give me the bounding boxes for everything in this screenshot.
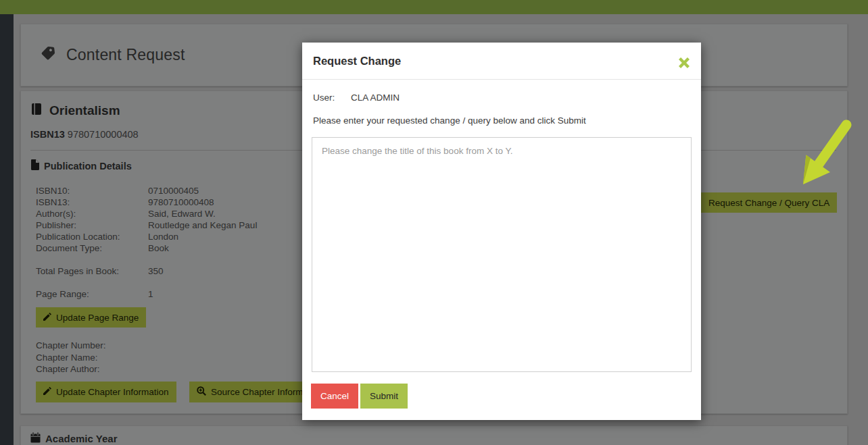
field-label: ISBN13: [36, 197, 148, 208]
publication-details-heading: Publication Details [30, 159, 132, 172]
file-icon [30, 159, 39, 172]
update-chapter-information-button[interactable]: Update Chapter Information [36, 382, 176, 402]
chapter-info: Chapter Number: Chapter Name: Chapter Au… [36, 340, 106, 375]
pencil-icon [43, 313, 51, 323]
change-request-textarea[interactable] [312, 137, 692, 372]
page-range-value: 1 [148, 289, 153, 299]
chapter-number-label: Chapter Number: [36, 340, 106, 352]
page-title: Content Request [40, 24, 185, 86]
request-change-query-cla-button[interactable]: Request Change / Query CLA [701, 192, 837, 213]
field-value: London [148, 231, 178, 242]
total-pages-row: Total Pages in Book: 350 [36, 266, 164, 276]
field-row-isbn13: ISBN13:9780710000408 [36, 197, 257, 208]
field-label: Document Type: [36, 242, 148, 254]
page-range-label: Page Range: [36, 289, 148, 299]
total-pages-value: 350 [148, 266, 164, 276]
update-page-range-button[interactable]: Update Page Range [36, 307, 146, 328]
tag-icon [40, 45, 56, 66]
modal-user-row: User: CLA ADMIN [313, 93, 400, 103]
pencil-icon [43, 387, 51, 397]
book-title-label: Orientalism [49, 103, 120, 118]
field-label: Publisher: [36, 219, 148, 231]
field-label: Author(s): [36, 208, 148, 219]
chapter-author-label: Chapter Author: [36, 363, 106, 375]
publication-fields: ISBN10:0710000405 ISBN13:9780710000408 A… [36, 185, 257, 254]
update-chapter-information-label: Update Chapter Information [56, 387, 169, 397]
modal-instruction: Please enter your requested change / que… [313, 115, 586, 126]
field-value: Book [148, 242, 169, 254]
chapter-name-label: Chapter Name: [36, 352, 106, 364]
academic-year-label: Academic Year [45, 433, 117, 444]
isbn13-summary-value: 9780710000408 [68, 129, 139, 140]
field-label: Publication Location: [36, 231, 148, 242]
isbn13-summary-label: ISBN13 [30, 129, 65, 140]
cancel-button[interactable]: Cancel [311, 384, 358, 409]
field-value: 0710000405 [148, 185, 199, 197]
collapsed-sidebar [0, 14, 14, 445]
isbn13-summary: ISBN13 9780710000408 [30, 129, 139, 140]
field-value: Routledge and Kegan Paul [148, 219, 257, 231]
modal-title: Request Change [313, 43, 401, 80]
submit-button[interactable]: Submit [360, 384, 408, 409]
book-icon [30, 103, 43, 119]
close-icon[interactable] [677, 55, 692, 70]
academic-year-card: Academic Year [20, 425, 848, 445]
book-title: Orientalism [30, 103, 120, 119]
publication-details-label: Publication Details [44, 161, 132, 172]
user-label: User: [313, 93, 351, 103]
field-row-authors: Author(s):Said, Edward W. [36, 208, 257, 219]
top-nav-bar [0, 0, 868, 14]
academic-year-heading: Academic Year [30, 432, 117, 445]
search-plus-icon [197, 386, 206, 398]
field-value: Said, Edward W. [148, 208, 216, 219]
total-pages-label: Total Pages in Book: [36, 266, 148, 276]
user-value: CLA ADMIN [351, 93, 400, 103]
page-title-label: Content Request [66, 46, 185, 64]
field-row-location: Publication Location:London [36, 231, 257, 242]
field-value: 9780710000408 [148, 197, 214, 208]
field-row-isbn10: ISBN10:0710000405 [36, 185, 257, 197]
page-range-row: Page Range: 1 [36, 289, 153, 299]
field-row-publisher: Publisher:Routledge and Kegan Paul [36, 219, 257, 231]
field-row-doctype: Document Type:Book [36, 242, 257, 254]
field-label: ISBN10: [36, 185, 148, 197]
modal-header: Request Change [302, 43, 701, 80]
request-change-modal: Request Change User: CLA ADMIN Please en… [302, 43, 701, 420]
request-change-query-cla-label: Request Change / Query CLA [708, 198, 829, 208]
update-page-range-label: Update Page Range [56, 313, 139, 323]
calendar-icon [30, 432, 41, 445]
